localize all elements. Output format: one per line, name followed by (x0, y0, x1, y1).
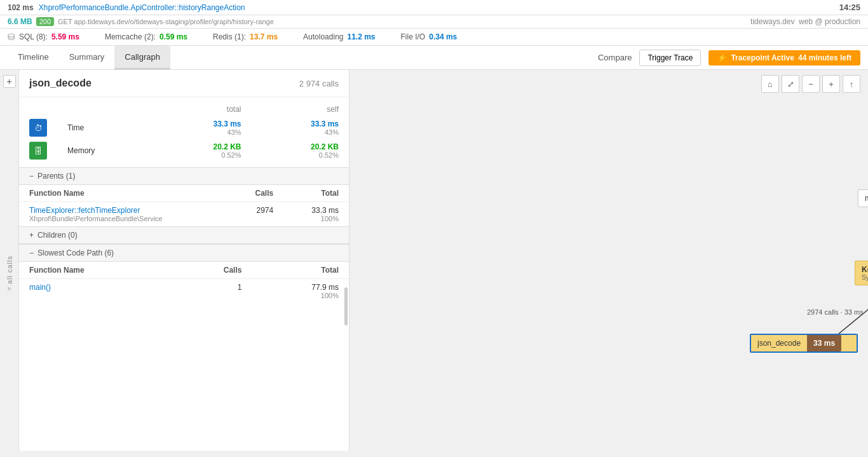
col-function: Function Name (19, 185, 231, 202)
stats-table: total self ⏱ Time 33.3 ms 43% 33.3 ms 43… (19, 102, 349, 162)
function-name: json_decode (29, 78, 92, 89)
expand-button[interactable]: ⤢ (782, 75, 799, 93)
fileio-value: 0.34 ms (429, 32, 457, 41)
children-section-header[interactable]: + Children (0) (19, 226, 349, 244)
slowest-section-header[interactable]: − Slowest Code Path (6) (19, 244, 349, 262)
redis-label: Redis (1): (213, 32, 246, 41)
json-node-box: json_decode 33 ms (750, 334, 858, 353)
slowest-table: Function Name Calls Total main() 1 77.9 … (19, 262, 349, 303)
children-label: Children (0) (37, 231, 78, 240)
tab-summary[interactable]: Summary (59, 46, 115, 69)
trigger-trace-button[interactable]: Trigger Trace (639, 50, 701, 66)
slow-func-link-1[interactable]: main() (29, 283, 163, 292)
connections-svg (349, 70, 868, 451)
graph-controls: ⌂ ⤢ − + ↑ (761, 75, 860, 93)
memcache-label: Memcache (2): (105, 32, 156, 41)
parents-section-header[interactable]: − Parents (1) (19, 167, 349, 185)
autoloading-value: 11.2 ms (347, 32, 375, 41)
stat-redis: Redis (1): 13.7 ms (213, 32, 278, 41)
json-label: json_decode (751, 335, 807, 351)
memory-self-pct: 0.52% (262, 151, 339, 159)
json-time: 33 ms (807, 335, 841, 351)
time-total-pct: 43% (164, 128, 241, 136)
site-info: tideways.dev web @ production (750, 17, 860, 26)
col-calls: Calls (231, 185, 284, 202)
response-size: 6.6 MB (8, 17, 32, 26)
graph-area: ⌂ ⤢ − + ↑ 1 call · 75 ms 2974 calls · 33… (349, 70, 868, 451)
main-label: main() (858, 190, 868, 207)
tab-callgraph[interactable]: Callgraph (114, 46, 170, 69)
expand-children-icon: + (29, 231, 34, 240)
second-bar: 6.6 MB 200 GET app.tideways.dev/o/tidewa… (0, 15, 868, 29)
sidebar-toggle[interactable]: + all calls » (0, 70, 19, 451)
nav-bar: Timeline Summary Callgraph Compare Trigg… (0, 46, 868, 70)
request-url: GET app.tideways.dev/o/tideways-staging/… (58, 18, 274, 25)
parent-total-pct: 100% (294, 215, 339, 222)
stat-fileio: File I/O 0.34 ms (401, 32, 458, 41)
function-link[interactable]: XhprofPerformanceBundle.ApiController::h… (39, 3, 245, 12)
top-bar-left: 102 ms XhprofPerformanceBundle.ApiContro… (8, 3, 245, 12)
add-button[interactable]: + (3, 75, 16, 88)
timestamp: 14:25 (839, 3, 860, 12)
tracepoint-label: Tracepoint Active (731, 53, 794, 62)
slow-calls-1: 1 (173, 279, 252, 304)
tracepoint-time: 44 minutes left (798, 53, 851, 62)
kernel-node[interactable]: Kernel::handle +4 Symfony\Component\Http… (855, 261, 868, 285)
memcache-value: 0.59 ms (159, 32, 187, 41)
stats-bar: ⛁ SQL (8): 5.59 ms Memcache (2): 0.59 ms… (0, 29, 868, 46)
main-content: + all calls » json_decode 2 974 calls to… (0, 70, 868, 451)
zoom-in-button[interactable]: + (822, 75, 840, 93)
parents-table: Function Name Calls Total TimeExplorer::… (19, 185, 349, 226)
edge-label-2: 2974 calls · 33 ms (807, 308, 864, 316)
stat-autoloading: Autoloading 11.2 ms (303, 32, 375, 41)
slow-total-1: 77.9 ms (262, 283, 339, 292)
slowest-label: Slowest Code Path (6) (37, 249, 114, 257)
time-self: 33.3 ms (262, 119, 339, 128)
redis-value: 13.7 ms (250, 32, 278, 41)
nav-right: Compare Trigger Trace ⚡ Tracepoint Activ… (598, 50, 860, 66)
parent-sub: Xhprof\Bundle\PerformanceBundle\Service (29, 215, 220, 222)
tab-timeline[interactable]: Timeline (8, 46, 59, 69)
chevrons-icon[interactable]: » (7, 284, 11, 293)
parent-row: TimeExplorer::fetchTimeExplorer Xhprof\B… (19, 202, 349, 227)
db-icon: ⛁ (8, 32, 15, 42)
top-bar: 102 ms XhprofPerformanceBundle.ApiContro… (0, 0, 868, 15)
memory-total-pct: 0.52% (164, 151, 241, 159)
fit-button[interactable]: ↑ (843, 75, 860, 93)
stat-sql: ⛁ SQL (8): 5.59 ms (8, 32, 79, 42)
collapse-parents-icon: − (29, 172, 34, 181)
collapse-slowest-icon: − (29, 249, 34, 257)
json-node[interactable]: json_decode 33 ms (750, 334, 858, 353)
time-label: Time (57, 116, 154, 139)
memory-self: 20.2 KB (262, 142, 339, 151)
memory-total: 20.2 KB (164, 142, 241, 151)
vertical-scrollbar[interactable] (344, 287, 348, 325)
time-self-pct: 43% (262, 128, 339, 136)
kernel-label: Kernel::handle +4 (862, 265, 868, 274)
slow-row-1: main() 1 77.9 ms 100% (19, 279, 349, 304)
time-icon: ⏱ (29, 119, 47, 137)
time-row: ⏱ Time 33.3 ms 43% 33.3 ms 43% (19, 116, 349, 139)
col-total: Total (283, 185, 349, 202)
detail-panel: json_decode 2 974 calls total self ⏱ Tim… (19, 70, 349, 451)
zoom-out-button[interactable]: − (802, 75, 820, 93)
kernel-node-box: Kernel::handle +4 Symfony\Component\Http… (855, 261, 868, 285)
tracepoint-button[interactable]: ⚡ Tracepoint Active 44 minutes left (709, 50, 860, 65)
memory-row: 🗄 Memory 20.2 KB 0.52% 20.2 KB 0.52% (19, 139, 349, 162)
memory-label: Memory (57, 139, 154, 162)
main-node[interactable]: main() 78 ms (858, 189, 868, 207)
self-header: self (252, 102, 349, 116)
kernel-sub: Symfony\Component\HttpKernel (862, 274, 868, 281)
autoloading-label: Autoloading (303, 32, 343, 41)
parent-total: 33.3 ms (294, 206, 339, 215)
home-button[interactable]: ⌂ (761, 75, 779, 93)
response-time: 102 ms (8, 3, 34, 12)
sql-label: SQL (8): (19, 32, 48, 41)
slow-col-total: Total (252, 262, 349, 279)
parent-func-link[interactable]: TimeExplorer::fetchTimeExplorer (29, 206, 220, 215)
compare-button[interactable]: Compare (598, 53, 632, 62)
main-node-box: main() 78 ms (858, 189, 868, 207)
time-total: 33.3 ms (164, 119, 241, 128)
total-header: total (154, 102, 251, 116)
slow-col-calls: Calls (173, 262, 252, 279)
